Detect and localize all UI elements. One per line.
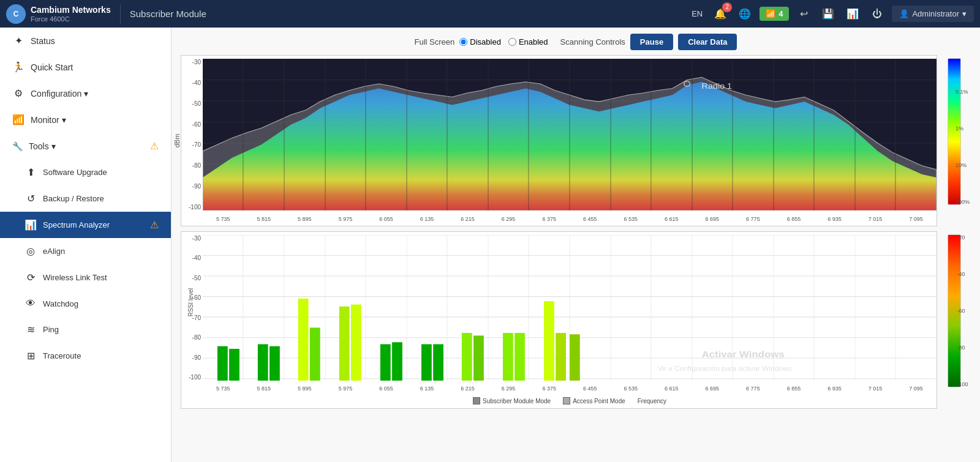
- sidebar-item-monitor[interactable]: 📶 Monitor ▾: [0, 106, 171, 133]
- sidebar-item-wireless-link-test[interactable]: ⟳ Wireless Link Test: [0, 264, 171, 291]
- spectrum-x-axis: 5 7355 8155 8955 975 6 0556 1356 2156 29…: [203, 212, 937, 226]
- admin-label: Administrator: [912, 9, 959, 18]
- sidebar-item-watchdog[interactable]: 👁 Watchdog: [0, 291, 171, 316]
- sidebar-label-quickstart: Quick Start: [31, 62, 73, 72]
- spectrum-y-label-2: -50: [181, 100, 201, 107]
- bar-svg: Activar Windows Ve a Configuración para …: [203, 235, 937, 381]
- svg-rect-60: [229, 349, 239, 381]
- controls-bar: Full Screen Disabled Enabled Scanning Co…: [181, 34, 971, 50]
- sidebar-label-status: Status: [31, 36, 55, 46]
- svg-rect-59: [217, 346, 228, 381]
- sidebar-label-watchdog: Watchdog: [43, 299, 78, 308]
- svg-rect-75: [544, 301, 554, 381]
- sidebar: ✦ Status 🏃 Quick Start ⚙ Configuration ▾…: [0, 28, 172, 462]
- sidebar-item-backup-restore[interactable]: ↺ Backup / Restore: [0, 185, 171, 212]
- traceroute-icon: ⊞: [24, 350, 37, 362]
- spectrum-y-unit: dBm: [173, 134, 181, 148]
- ap-legend-label: Access Point Mode: [573, 398, 625, 404]
- scanning-controls-group: Scanning Controls Pause Clear Data: [560, 34, 737, 50]
- sidebar-label-backup-restore: Backup / Restore: [43, 194, 104, 203]
- fullscreen-disabled-label: Disabled: [470, 37, 501, 47]
- fullscreen-enabled-option[interactable]: Enabled: [508, 37, 548, 47]
- sidebar-label-wireless-link-test: Wireless Link Test: [43, 273, 107, 282]
- svg-rect-66: [351, 305, 361, 381]
- sidebar-item-status[interactable]: ✦ Status: [0, 28, 171, 54]
- sidebar-item-quickstart[interactable]: 🏃 Quick Start: [0, 54, 171, 80]
- notifications-button[interactable]: 🔔 2: [710, 4, 730, 24]
- sidebar-item-software-upgrade[interactable]: ⬆ Software Upgrade: [0, 159, 171, 185]
- sidebar-item-tools[interactable]: 🔧 Tools ▾ ⚠: [0, 133, 171, 159]
- bar-inner: Activar Windows Ve a Configuración para …: [203, 235, 937, 381]
- sidebar-item-configuration[interactable]: ⚙ Configuration ▾: [0, 80, 171, 106]
- spectrum-y-label-1: -40: [181, 80, 201, 86]
- bar-colorbar: -20 -40 -60 -80 -100: [937, 231, 971, 390]
- fullscreen-disabled-option[interactable]: Disabled: [459, 37, 501, 47]
- spectrum-y-label-0: -30: [181, 59, 201, 65]
- quickstart-icon: 🏃: [12, 61, 24, 73]
- wifi-icon: 📶: [766, 9, 775, 18]
- fullscreen-radio-group: Disabled Enabled: [459, 37, 548, 47]
- spectrum-y-label-7: -100: [181, 204, 201, 211]
- sidebar-item-spectrum-analyzer[interactable]: 📊 Spectrum Analyzer ⚠: [0, 212, 171, 238]
- status-green-button[interactable]: 📶 4: [760, 7, 789, 21]
- ap-legend-item: Access Point Mode: [563, 397, 625, 404]
- globe-button[interactable]: 🌐: [735, 4, 755, 24]
- sm-legend-label: Subscriber Module Mode: [483, 398, 551, 404]
- spectrum-y-axis: -30 -40 -50 -60 -70 -80 -90 -100: [181, 59, 203, 211]
- fullscreen-disabled-radio[interactable]: [459, 38, 467, 46]
- svg-rect-64: [310, 327, 320, 381]
- fullscreen-enabled-radio[interactable]: [508, 38, 516, 46]
- bar-chart-container: -30 -40 -50 -60 -70 -80 -90 -100 RSSI le…: [181, 231, 937, 409]
- configuration-icon: ⚙: [12, 88, 24, 99]
- bar-legend: Subscriber Module Mode Access Point Mode…: [203, 395, 937, 407]
- tools-warning-icon: ⚠: [150, 140, 159, 152]
- svg-rect-68: [392, 342, 402, 381]
- svg-rect-70: [433, 345, 443, 381]
- spectrum-colorbar: 0.1% 1% 10% 100%: [937, 55, 971, 208]
- sidebar-item-ealign[interactable]: ◎ eAlign: [0, 238, 171, 264]
- colorbar-labels-1: 0.1% 1% 10% 100%: [956, 58, 970, 205]
- watchdog-icon: 👁: [24, 298, 37, 309]
- status-icon: ✦: [12, 35, 24, 47]
- sidebar-item-ping[interactable]: ≋ Ping: [0, 316, 171, 343]
- svg-text:Ve a Configuración para activa: Ve a Configuración para activar Windows.: [658, 365, 794, 371]
- sidebar-label-software-upgrade: Software Upgrade: [43, 168, 107, 177]
- admin-menu-button[interactable]: 👤 Administrator ▾: [892, 6, 974, 22]
- wireless-link-test-icon: ⟳: [24, 272, 37, 283]
- svg-rect-63: [298, 299, 309, 381]
- power-button[interactable]: ⏻: [867, 4, 887, 24]
- sm-legend-color: [473, 397, 480, 404]
- fullscreen-label: Full Screen: [415, 37, 455, 47]
- spectrum-warning-icon: ⚠: [150, 219, 159, 231]
- sidebar-item-traceroute[interactable]: ⊞ Traceroute: [0, 343, 171, 369]
- software-upgrade-icon: ⬆: [24, 166, 37, 178]
- svg-text:Radio 1: Radio 1: [702, 81, 732, 90]
- scanning-label: Scanning Controls: [560, 37, 625, 47]
- svg-rect-76: [556, 333, 566, 381]
- spectrum-y-label-6: -90: [181, 183, 201, 190]
- fullscreen-enabled-label: Enabled: [519, 37, 548, 47]
- notification-badge: 2: [722, 2, 732, 12]
- logo-brand: Cambium Networks: [31, 5, 111, 15]
- undo-button[interactable]: ↩: [794, 4, 813, 24]
- clear-data-button[interactable]: Clear Data: [678, 34, 737, 50]
- spectrum-analyzer-icon: 📊: [24, 219, 37, 231]
- sm-legend-item: Subscriber Module Mode: [473, 397, 551, 404]
- frequency-label: Frequency: [638, 398, 666, 404]
- topnav: C Cambium Networks Force 4600C Subscribe…: [0, 0, 980, 28]
- sidebar-label-spectrum-analyzer: Spectrum Analyzer: [43, 220, 110, 229]
- language-selector[interactable]: EN: [692, 9, 703, 18]
- sidebar-label-monitor: Monitor ▾: [31, 115, 66, 125]
- svg-text:Activar Windows: Activar Windows: [702, 349, 785, 359]
- svg-rect-65: [339, 307, 350, 381]
- save-button[interactable]: 💾: [818, 4, 838, 24]
- sidebar-label-traceroute: Traceroute: [43, 351, 81, 360]
- spectrum-y-label-3: -60: [181, 121, 201, 128]
- pause-button[interactable]: Pause: [630, 34, 673, 50]
- svg-rect-69: [421, 345, 432, 381]
- monitor-icon: 📶: [12, 114, 24, 125]
- topnav-right: EN 🔔 2 🌐 📶 4 ↩ 💾 📊 ⏻ 👤 Administrator ▾: [692, 4, 974, 24]
- svg-rect-67: [380, 345, 391, 381]
- stats-button[interactable]: 📊: [843, 4, 862, 24]
- spectrum-y-label-4: -70: [181, 141, 201, 148]
